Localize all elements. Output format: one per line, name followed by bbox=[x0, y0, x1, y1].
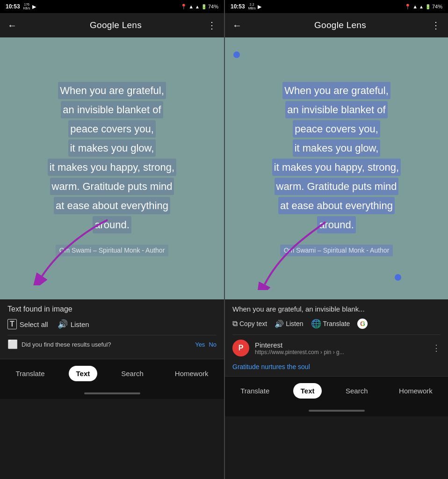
feedback-icon: ⬜ bbox=[7, 339, 18, 349]
image-area-left: When you are grateful, an invisible blan… bbox=[0, 37, 224, 299]
recording-icon-right: ▶ bbox=[258, 4, 261, 10]
audio-icon-left: 🔊 bbox=[58, 319, 68, 329]
left-panel: 10:53 176KB/s ▶ 📍 ▲ ▲ 🔋 74% ← Google Len… bbox=[0, 0, 224, 479]
recording-icon-left: ▶ bbox=[32, 4, 36, 10]
listen-label-right: Listen bbox=[286, 320, 303, 327]
status-icons-right: 📍 ▲ ▲ 🔋 74% bbox=[405, 4, 442, 10]
result-more-button[interactable]: ⋮ bbox=[432, 343, 441, 353]
more-button-left[interactable]: ⋮ bbox=[207, 20, 217, 31]
feedback-yes-button[interactable]: Yes bbox=[195, 341, 205, 348]
top-bar-left: ← Google Lens ⋮ bbox=[0, 13, 224, 37]
quote-line-8: around. bbox=[93, 216, 131, 233]
signal-icon-right: ▲ bbox=[419, 4, 424, 9]
nav-translate-left[interactable]: Translate bbox=[8, 366, 52, 381]
quote-line-6: warm. Gratitude puts mind bbox=[50, 178, 174, 195]
quote-text-left: When you are grateful, an invisible blan… bbox=[38, 71, 186, 266]
nav-text-right[interactable]: Text bbox=[293, 383, 322, 399]
result-preview[interactable]: Gratitude nurtures the soul bbox=[232, 361, 441, 370]
time-right: 10:53 bbox=[231, 3, 245, 10]
bottom-panel-right: When you are grateful, an invisible blan… bbox=[225, 299, 448, 376]
battery-icon-left: 🔋 bbox=[201, 4, 207, 9]
feedback-question: Did you find these results useful? bbox=[22, 341, 191, 348]
nav-translate-right[interactable]: Translate bbox=[233, 383, 277, 399]
copy-icon: ⧉ bbox=[232, 319, 238, 328]
google-icon: G bbox=[357, 319, 368, 329]
listen-label-left: Listen bbox=[71, 320, 89, 328]
nav-homework-left[interactable]: Homework bbox=[167, 366, 216, 381]
copy-text-label: Copy text bbox=[239, 320, 267, 327]
back-button-right[interactable]: ← bbox=[232, 20, 242, 31]
back-button-left[interactable]: ← bbox=[7, 20, 17, 31]
listen-button-left[interactable]: 🔊 Listen bbox=[58, 319, 89, 329]
quote-line-2: an invisible blanket of bbox=[61, 101, 163, 118]
home-bar-right bbox=[309, 410, 365, 412]
google-search-button[interactable]: G bbox=[357, 319, 368, 329]
home-indicator-left bbox=[0, 388, 224, 399]
quote-line-1: When you are grateful, bbox=[58, 82, 166, 99]
nav-text-left[interactable]: Text bbox=[69, 366, 98, 381]
home-bar-left bbox=[84, 392, 140, 394]
quote-line-r3: peace covers you, bbox=[293, 120, 380, 138]
quote-line-r5: it makes you happy, strong, bbox=[272, 159, 401, 176]
bottom-nav-left: Translate Text Search Homework bbox=[0, 359, 224, 388]
nav-search-left[interactable]: Search bbox=[114, 366, 151, 381]
image-area-right: When you are grateful, an invisible blan… bbox=[225, 37, 448, 299]
result-url: https://www.pinterest.com › pin › g... bbox=[255, 349, 426, 356]
signal-icon-left: ▲ bbox=[195, 4, 200, 9]
top-bar-right: ← Google Lens ⋮ bbox=[225, 13, 448, 37]
selection-handle-bottom[interactable] bbox=[395, 274, 401, 281]
status-icons-left: 📍 ▲ ▲ 🔋 74% bbox=[181, 4, 218, 10]
translate-button-right[interactable]: 🌐 Translate bbox=[311, 319, 350, 329]
app-title-left: Google Lens bbox=[24, 20, 207, 30]
location-icon-left: 📍 bbox=[181, 4, 187, 10]
audio-icon-right: 🔊 bbox=[275, 319, 284, 328]
quote-text-right[interactable]: When you are grateful, an invisible blan… bbox=[263, 71, 410, 266]
nav-search-right[interactable]: Search bbox=[338, 383, 376, 399]
text-icon-left: T bbox=[7, 319, 17, 329]
google-word-left: Google bbox=[90, 20, 122, 30]
more-button-right[interactable]: ⋮ bbox=[431, 20, 441, 31]
quote-line-r8: around. bbox=[317, 216, 356, 233]
quote-line-4: it makes you glow, bbox=[68, 139, 156, 157]
bottom-panel-left: Text found in image T Select all 🔊 Liste… bbox=[0, 299, 224, 359]
result-item: P Pinterest https://www.pinterest.com › … bbox=[232, 334, 441, 361]
translate-icon-right: 🌐 bbox=[311, 319, 321, 329]
quote-line-7: at ease about everything bbox=[54, 197, 170, 214]
quote-line-r4: it makes you glow, bbox=[293, 139, 381, 157]
select-all-label: Select all bbox=[20, 320, 48, 328]
battery-pct-left: 74% bbox=[208, 4, 218, 9]
selection-handle-top[interactable] bbox=[233, 51, 240, 58]
bottom-nav-right: Translate Text Search Homework bbox=[225, 376, 448, 405]
quote-line-5: it makes you happy, strong, bbox=[48, 159, 176, 176]
wifi-icon-right: ▲ bbox=[412, 4, 418, 9]
copy-text-button[interactable]: ⧉ Copy text bbox=[232, 319, 267, 328]
pinterest-favicon: P bbox=[232, 340, 249, 356]
listen-button-right[interactable]: 🔊 Listen bbox=[275, 319, 303, 328]
feedback-no-button[interactable]: No bbox=[209, 341, 217, 348]
data-speed-right: 2.2MB/s bbox=[248, 3, 256, 10]
time-left: 10:53 bbox=[6, 3, 20, 10]
data-speed-left: 176KB/s bbox=[23, 3, 30, 10]
home-indicator-right bbox=[225, 405, 448, 416]
status-bar-left: 10:53 176KB/s ▶ 📍 ▲ ▲ 🔋 74% bbox=[0, 0, 224, 13]
quote-author-left: Om Swami – Spiritual Monk - Author bbox=[56, 245, 169, 256]
result-info: Pinterest https://www.pinterest.com › pi… bbox=[255, 341, 426, 356]
nav-homework-right[interactable]: Homework bbox=[391, 383, 440, 399]
status-bar-right: 10:53 2.2MB/s ▶ 📍 ▲ ▲ 🔋 74% bbox=[225, 0, 448, 13]
battery-icon-right: 🔋 bbox=[425, 4, 431, 9]
preview-text: When you are grateful, an invisible blan… bbox=[232, 305, 441, 313]
select-all-button[interactable]: T Select all bbox=[7, 319, 48, 329]
quote-line-r7: at ease about everything bbox=[278, 197, 395, 214]
wifi-icon-left: ▲ bbox=[188, 4, 194, 9]
right-panel: 10:53 2.2MB/s ▶ 📍 ▲ ▲ 🔋 74% ← Google Len… bbox=[224, 0, 448, 479]
action-row-left: T Select all 🔊 Listen bbox=[7, 319, 217, 329]
quote-line-r2: an invisible blanket of bbox=[285, 101, 387, 118]
battery-pct-right: 74% bbox=[432, 4, 442, 9]
app-title-right: Google Lens bbox=[249, 20, 431, 30]
location-icon-right: 📍 bbox=[405, 4, 411, 10]
lens-word-left: Lens bbox=[122, 20, 142, 30]
quote-author-right: Om Swami – Spiritual Monk - Author bbox=[280, 245, 393, 256]
google-word-right: Google bbox=[314, 20, 347, 30]
result-title: Pinterest bbox=[255, 341, 426, 349]
feedback-row: ⬜ Did you find these results useful? Yes… bbox=[7, 335, 217, 353]
